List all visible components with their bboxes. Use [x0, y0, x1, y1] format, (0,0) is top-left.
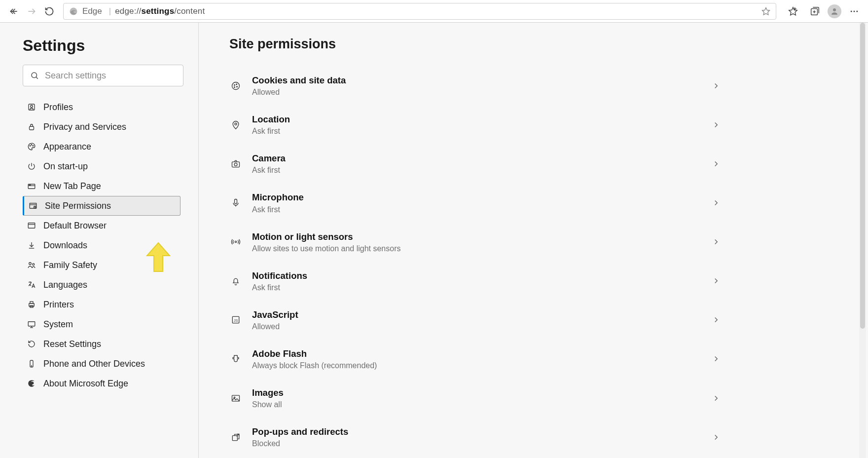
nav-profiles[interactable]: Profiles	[23, 97, 181, 117]
svg-marker-4	[762, 7, 770, 15]
row-title: Microphone	[252, 192, 304, 202]
favorite-star-icon[interactable]	[761, 6, 771, 16]
nav-label: Default Browser	[43, 221, 107, 231]
nav-new-tab[interactable]: New Tab Page	[23, 176, 181, 196]
camera-icon	[229, 158, 242, 169]
chevron-right-icon	[712, 354, 721, 363]
row-sub: Blocked	[252, 439, 712, 448]
svg-point-44	[234, 163, 237, 166]
settings-heading: Settings	[23, 37, 181, 55]
forward-button[interactable]	[23, 2, 40, 20]
bell-icon	[229, 275, 242, 286]
perm-row-cookies[interactable]: Cookies and site dataAllowed	[229, 67, 721, 106]
svg-point-22	[33, 146, 34, 147]
browser-icon	[27, 221, 36, 230]
back-button[interactable]	[5, 2, 23, 20]
settings-nav: Profiles Privacy and Services Appearance…	[23, 97, 181, 393]
nav-appearance[interactable]: Appearance	[23, 137, 181, 156]
svg-rect-26	[30, 203, 36, 209]
nav-default-browser[interactable]: Default Browser	[23, 216, 181, 235]
tab-icon	[27, 181, 36, 191]
svg-rect-28	[28, 223, 35, 229]
perm-row-popups[interactable]: Pop-ups and redirectsBlocked	[229, 418, 721, 457]
nav-label: Reset Settings	[43, 339, 101, 349]
nav-phone[interactable]: Phone and Other Devices	[23, 354, 181, 374]
nav-startup[interactable]: On start-up	[23, 156, 181, 176]
row-sub: Allow sites to use motion and light sens…	[252, 244, 712, 253]
row-sub: Allowed	[252, 322, 712, 331]
nav-family[interactable]: Family Safety	[23, 255, 181, 275]
nav-label: Family Safety	[43, 260, 97, 270]
row-title: Cookies and site data	[252, 75, 346, 85]
popup-icon	[229, 432, 242, 443]
chevron-right-icon	[712, 276, 721, 285]
row-title: Adobe Flash	[252, 348, 307, 359]
perm-row-images[interactable]: ImagesShow all	[229, 379, 721, 418]
perm-row-notifications[interactable]: NotificationsAsk first	[229, 262, 721, 301]
toolbar-right	[784, 2, 863, 20]
nav-system[interactable]: System	[23, 314, 181, 334]
nav-label: New Tab Page	[43, 181, 101, 191]
svg-point-29	[29, 263, 32, 265]
nav-site-permissions[interactable]: Site Permissions	[23, 196, 181, 216]
profile-avatar[interactable]	[828, 4, 841, 18]
chevron-right-icon	[712, 81, 721, 90]
chevron-right-icon	[712, 159, 721, 168]
svg-rect-43	[232, 162, 240, 167]
nav-reset[interactable]: Reset Settings	[23, 334, 181, 354]
nav-label: Site Permissions	[45, 201, 111, 211]
nav-downloads[interactable]: Downloads	[23, 235, 181, 255]
perm-row-microphone[interactable]: MicrophoneAsk first	[229, 184, 721, 223]
chevron-right-icon	[712, 394, 721, 403]
cookie-icon	[229, 80, 242, 91]
palette-icon	[27, 142, 36, 152]
search-icon	[30, 71, 39, 80]
search-settings-field[interactable]	[23, 65, 183, 86]
perm-row-flash[interactable]: Adobe FlashAlways block Flash (recommend…	[229, 340, 721, 379]
svg-marker-5	[789, 7, 797, 15]
settings-main: Site permissions Cookies and site dataAl…	[199, 23, 868, 458]
nav-about[interactable]: About Microsoft Edge	[23, 374, 181, 393]
svg-point-38	[234, 84, 235, 85]
perm-row-location[interactable]: LocationAsk first	[229, 106, 721, 145]
perm-row-sensors[interactable]: Motion or light sensorsAllow sites to us…	[229, 223, 721, 262]
svg-point-20	[30, 146, 31, 147]
printer-icon	[27, 300, 36, 309]
row-title: Location	[252, 114, 290, 124]
refresh-button[interactable]	[40, 2, 58, 20]
row-sub: Always block Flash (recommended)	[252, 361, 712, 370]
nav-languages[interactable]: Languages	[23, 275, 181, 295]
nav-label: About Microsoft Edge	[43, 379, 128, 389]
language-icon	[27, 280, 36, 290]
nav-label: Appearance	[43, 142, 91, 152]
svg-point-12	[851, 10, 852, 12]
profile-icon	[27, 102, 36, 112]
perm-row-javascript[interactable]: JS JavaScriptAllowed	[229, 301, 721, 340]
perm-row-camera[interactable]: CameraAsk first	[229, 145, 721, 184]
nav-label: Privacy and Services	[43, 122, 126, 132]
svg-point-41	[234, 86, 235, 87]
scrollbar[interactable]	[859, 23, 866, 458]
power-icon	[27, 161, 36, 171]
nav-label: Downloads	[43, 240, 87, 251]
svg-line-16	[36, 77, 37, 78]
nav-privacy[interactable]: Privacy and Services	[23, 117, 181, 137]
edge-logo-icon	[69, 6, 78, 16]
nav-printers[interactable]: Printers	[23, 295, 181, 314]
address-bar[interactable]: Edge | edge://settings/content	[63, 3, 776, 20]
search-input[interactable]	[45, 71, 176, 81]
favorites-button[interactable]	[784, 2, 802, 20]
chevron-right-icon	[712, 433, 721, 442]
svg-rect-45	[235, 199, 237, 203]
row-title: JavaScript	[252, 309, 298, 320]
svg-point-37	[232, 82, 240, 89]
svg-rect-34	[28, 322, 35, 326]
svg-point-21	[31, 145, 32, 146]
svg-point-36	[31, 366, 32, 366]
svg-point-39	[236, 83, 237, 84]
more-menu-button[interactable]	[845, 2, 863, 20]
svg-point-42	[235, 123, 237, 125]
svg-point-40	[237, 86, 238, 87]
chevron-right-icon	[712, 120, 721, 129]
collections-button[interactable]	[806, 2, 824, 20]
